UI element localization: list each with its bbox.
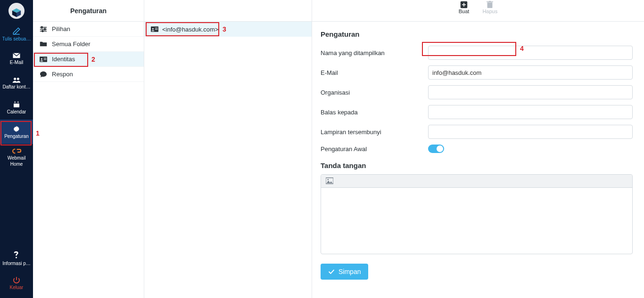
reply-label: Balas kepada [321,109,428,116]
id-card-icon [40,56,47,63]
plus-square-icon [460,1,468,8]
nav-webmail-home-label1: Webmail [8,155,26,161]
menu-item-label: Semua Folder [52,40,91,48]
delete-button: Hapus [482,1,497,14]
menu-item-pilihan[interactable]: Pilihan [33,22,144,37]
org-label: Organisasi [321,89,428,96]
svg-rect-6 [14,102,19,104]
svg-rect-19 [44,58,47,58]
menu-item-respon[interactable]: Respon [33,67,144,82]
create-button-label: Buat [459,8,470,14]
bcc-input[interactable] [428,125,633,139]
bcc-label: Lampiran tersembunyi [321,129,428,136]
identity-item[interactable]: <info@hasduk.com> [144,22,312,37]
menu-item-label: Pilihan [52,25,70,32]
nav-help[interactable]: Informasi p… [0,246,33,271]
nav-compose-label: Tulis sebua… [2,36,31,41]
email-label: E-Mail [321,69,428,76]
nav-calendar-label: Calendar [7,109,26,114]
svg-point-32 [328,179,329,180]
help-icon [14,251,19,260]
signature-toolbar [321,175,632,188]
save-button-label: Simpan [339,268,361,275]
mail-icon [12,52,21,59]
org-input[interactable] [428,85,633,99]
nav-mail[interactable]: E-Mail [0,46,33,71]
power-icon [13,276,20,284]
settings-menu-column: Pengaturan Pilihan Semua Folder Identita… [33,0,144,298]
signature-textarea[interactable] [321,188,632,254]
svg-point-16 [42,30,43,32]
menu-item-label: Identitas [52,56,75,63]
nav-webmail-home[interactable]: Webmail Home [0,144,33,170]
signature-editor [321,174,633,254]
identity-list-header [144,0,312,22]
svg-point-4 [17,78,19,80]
check-icon [328,269,335,274]
brand-logo [0,0,33,22]
identity-list-column: <info@hasduk.com> 3 [144,0,312,298]
reply-input[interactable] [428,105,633,119]
left-nav: Tulis sebua… E-Mail Daftar kont… Calenda… [0,0,33,298]
nav-settings-label: Pengaturan [4,134,29,139]
nav-logout-label: Keluar [10,285,24,290]
nav-contacts-label: Daftar kont… [3,84,31,89]
svg-rect-10 [16,257,17,258]
menu-item-identitas[interactable]: Identitas [33,52,144,67]
display-name-input[interactable] [428,46,633,60]
display-name-label: Nama yang ditampilkan [321,49,428,56]
email-input[interactable] [428,65,633,80]
id-card-icon [151,25,158,33]
signature-heading: Tanda tangan [321,161,633,169]
svg-rect-24 [155,29,158,30]
main-column: Buat Hapus Pengaturan Nama yang ditampil… [312,0,644,298]
nav-settings[interactable]: Pengaturan [0,120,33,144]
svg-point-14 [41,26,42,28]
default-toggle[interactable] [428,145,444,153]
identity-item-label: <info@hasduk.com> [162,26,218,33]
identity-form: Pengaturan Nama yang ditampilkan E-Mail … [312,22,644,298]
svg-point-3 [14,78,16,80]
delete-button-label: Hapus [482,8,497,14]
nav-contacts[interactable]: Daftar kont… [0,71,33,95]
nav-mail-label: E-Mail [10,60,23,65]
image-icon[interactable] [326,177,333,185]
settings-menu-title: Pengaturan [33,0,144,22]
nav-webmail-home-label2: Home [10,161,23,167]
form-heading: Pengaturan [321,30,633,38]
nav-calendar[interactable]: Calendar [0,95,33,120]
menu-item-label: Respon [52,71,73,78]
trash-icon [487,1,493,8]
nav-logout[interactable]: Keluar [0,271,33,295]
svg-point-18 [41,58,42,59]
contacts-icon [12,77,21,83]
svg-rect-20 [44,59,47,60]
svg-rect-28 [487,2,493,8]
nav-help-label: Informasi p… [2,261,30,266]
calendar-icon [13,101,20,108]
identity-toolbar: Buat Hapus [312,0,644,22]
create-button[interactable]: Buat [459,1,470,14]
cube-icon [11,8,22,18]
svg-rect-30 [489,1,491,2]
default-label: Pengaturan Awal [321,145,428,153]
menu-item-folder[interactable]: Semua Folder [33,37,144,52]
save-button[interactable]: Simpan [321,264,368,280]
svg-point-22 [152,28,154,30]
gear-icon [13,125,20,133]
svg-point-15 [44,28,46,30]
sliders-icon [40,25,47,33]
compose-icon [12,27,21,35]
chat-icon [40,71,47,78]
folder-icon [40,40,47,48]
cpanel-icon [12,148,21,154]
nav-compose[interactable]: Tulis sebua… [0,22,33,46]
svg-rect-23 [155,28,158,28]
svg-rect-27 [462,4,466,5]
